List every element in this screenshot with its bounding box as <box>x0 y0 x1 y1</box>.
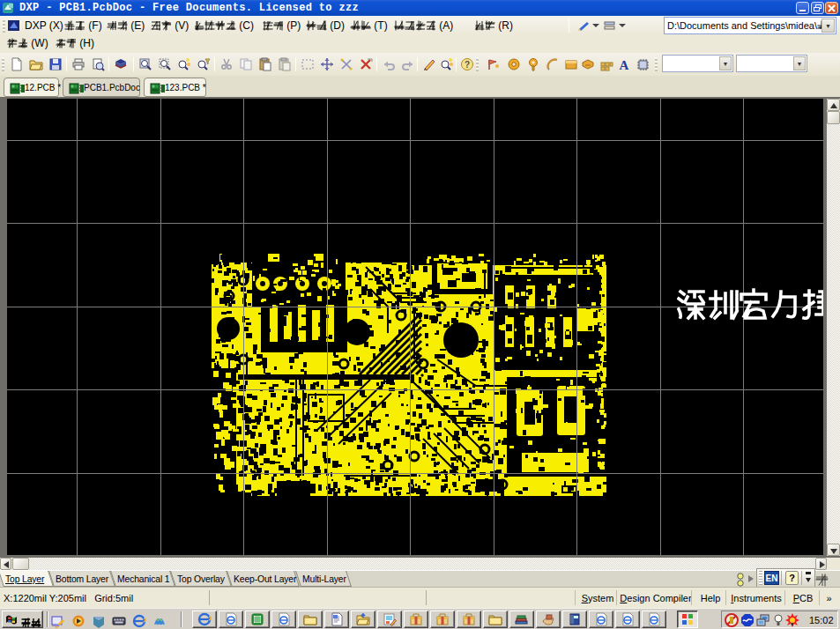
svg-text:?: ? <box>465 60 470 70</box>
svg-text:A: A <box>620 58 629 71</box>
